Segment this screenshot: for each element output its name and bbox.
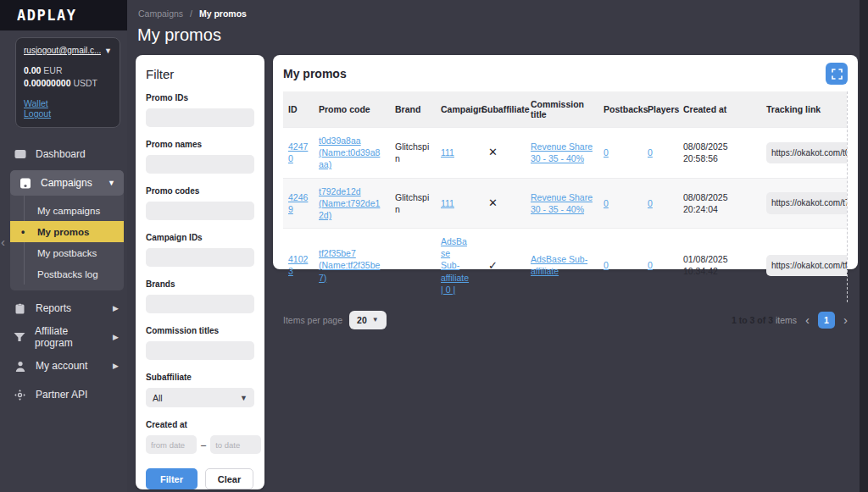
subaffiliate-mark: ✕ <box>481 146 498 158</box>
promo-code-link[interactable]: t0d39a8aa (Name:t0d39a8aa) <box>319 135 380 169</box>
partner-api-icon <box>14 390 26 401</box>
promos-table: ID Promo code Brand Campaign Subaffiliat… <box>283 91 848 302</box>
sidebar-item-postbacks-log[interactable]: Postbacks log <box>10 263 124 285</box>
postbacks-link[interactable]: 0 <box>604 198 609 208</box>
table-row: 42470 t0d39a8aa (Name:t0d39a8aa) Glitchs… <box>283 128 848 179</box>
col-subaffiliate: Subaffiliate <box>476 91 526 128</box>
commission-title-link[interactable]: Revenue Share 30 - 35 - 40% <box>531 192 593 214</box>
table-row: 42469 t792de12d (Name:t792de12d) Glitchs… <box>283 178 848 229</box>
subaffiliate-select[interactable]: All ▼ <box>146 388 254 407</box>
created-at-cell: 08/08/2025 20:24:04 <box>678 178 761 229</box>
campaigns-submenu: My campaigns My promos My postbacks Post… <box>10 196 124 290</box>
sidebar-item-affiliate-program[interactable]: Affiliate program ▶ <box>0 324 127 350</box>
main-content: Campaigns / My promos My promos Filter P… <box>127 0 868 492</box>
sidebar-item-label: My campaigns <box>37 206 100 216</box>
promo-codes-label: Promo codes <box>146 186 254 196</box>
players-link[interactable]: 0 <box>648 198 653 208</box>
eur-amount: 0.00 <box>24 65 41 75</box>
next-page-icon[interactable]: › <box>843 313 848 326</box>
page-1-button[interactable]: 1 <box>818 312 835 329</box>
subaffiliate-mark: ✓ <box>481 259 498 272</box>
commission-titles-label: Commission titles <box>146 326 254 335</box>
postbacks-link[interactable]: 0 <box>604 147 609 158</box>
campaign-link[interactable]: 111 <box>441 198 454 208</box>
range-numbers: 1 to 3 of 3 <box>732 315 773 325</box>
fullscreen-icon <box>832 69 843 80</box>
to-date-input[interactable] <box>210 435 261 454</box>
tracking-link-value[interactable]: https://okakot.com/tf2f3 <box>766 255 848 277</box>
sidebar-item-my-postbacks[interactable]: My postbacks <box>10 242 124 263</box>
reports-icon <box>14 303 26 314</box>
sidebar-item-label: My promos <box>37 227 89 237</box>
filter-button[interactable]: Filter <box>146 468 198 489</box>
col-created-at: Created at <box>678 91 761 128</box>
promo-id-link[interactable]: 42469 <box>288 192 308 214</box>
created-at-cell: 01/08/2025 10:34:42 <box>678 229 761 302</box>
filter-title: Filter <box>146 67 254 81</box>
scrollbar-track[interactable] <box>860 0 868 492</box>
sidebar-item-dashboard[interactable]: Dashboard <box>0 141 127 167</box>
promo-names-input[interactable] <box>146 155 254 174</box>
players-link[interactable]: 0 <box>648 260 653 270</box>
col-brand: Brand <box>390 91 436 128</box>
account-email-link[interactable]: rusjogout@gmail.c... <box>24 46 101 55</box>
promo-names-label: Promo names <box>146 140 254 149</box>
promo-id-link[interactable]: 42470 <box>288 141 308 163</box>
brands-label: Brands <box>146 279 254 289</box>
promo-codes-input[interactable] <box>146 202 254 220</box>
filter-panel: Filter Promo IDs Promo names Promo codes… <box>136 55 264 489</box>
subaffiliate-mark: ✕ <box>481 196 498 209</box>
subaffiliate-value: All <box>153 393 163 403</box>
chevron-right-icon: ▶ <box>113 304 119 312</box>
table-row: 41023 tf2f35be7 (Name:tf2f35be7) AdsBase… <box>283 229 848 302</box>
campaign-link[interactable]: 111 <box>441 147 454 158</box>
sidebar-collapse-handle[interactable]: ‹ <box>1 235 5 249</box>
sidebar-item-label: Partner API <box>36 389 87 401</box>
sidebar-item-label: Postbacks log <box>37 269 98 279</box>
sidebar-item-my-campaigns[interactable]: My campaigns <box>10 200 124 221</box>
created-at-cell: 08/08/2025 20:58:56 <box>678 128 761 179</box>
sidebar-item-label: Campaigns <box>41 177 92 189</box>
brand-cell: Glitchspin <box>390 178 436 229</box>
promo-id-link[interactable]: 41023 <box>288 254 308 276</box>
campaign-ids-input[interactable] <box>146 248 254 267</box>
from-date-input[interactable] <box>146 435 197 454</box>
promo-code-link[interactable]: tf2f35be7 (Name:tf2f35be7) <box>319 248 380 282</box>
sidebar-item-my-promos[interactable]: My promos <box>10 221 124 242</box>
clear-button[interactable]: Clear <box>205 468 253 489</box>
promo-ids-input[interactable] <box>146 108 254 127</box>
page-size-select[interactable]: 20 ▼ <box>349 311 387 329</box>
postbacks-link[interactable]: 0 <box>604 260 609 270</box>
sidebar: ADPLAY rusjogout@gmail.c... ▼ 0.00 EUR 0… <box>0 0 127 492</box>
my-account-icon <box>14 361 26 372</box>
col-commission-title: Commission title <box>526 91 598 128</box>
date-range-separator: – <box>201 439 206 450</box>
brands-input[interactable] <box>146 295 254 313</box>
sidebar-item-campaigns[interactable]: Campaigns ▼ <box>10 170 124 196</box>
commission-title-link[interactable]: Revenue Share 30 - 35 - 40% <box>531 141 593 163</box>
pagination-range: 1 to 3 of 3 items <box>732 315 797 325</box>
players-link[interactable]: 0 <box>648 147 653 158</box>
col-postbacks: Postbacks <box>598 91 643 128</box>
commission-title-link[interactable]: AdsBase Sub-affiliate <box>531 254 587 276</box>
sidebar-item-partner-api[interactable]: Partner API <box>0 382 127 407</box>
chevron-down-icon[interactable]: ▼ <box>104 47 112 55</box>
logout-link[interactable]: Logout <box>24 108 112 119</box>
tracking-link-value[interactable]: https://okakot.com/t792 <box>766 192 848 214</box>
logo-band: ADPLAY <box>0 0 127 30</box>
campaigns-icon <box>19 178 31 189</box>
breadcrumb-campaigns[interactable]: Campaigns <box>138 8 183 19</box>
eur-currency: EUR <box>43 65 62 75</box>
tracking-link-value[interactable]: https://okakot.com/t0d3 <box>766 142 848 164</box>
wallet-link[interactable]: Wallet <box>24 98 112 108</box>
created-at-label: Created at <box>146 420 254 429</box>
breadcrumb: Campaigns / My promos <box>138 8 247 19</box>
campaign-link[interactable]: AdsBase Sub-affiliate | 0 | <box>441 236 469 295</box>
previous-page-icon[interactable]: ‹ <box>805 313 810 326</box>
usdt-amount: 0.00000000 <box>24 78 70 88</box>
sidebar-item-reports[interactable]: Reports ▶ <box>0 296 127 321</box>
sidebar-item-my-account[interactable]: My account ▶ <box>0 353 127 379</box>
fullscreen-button[interactable] <box>826 63 848 85</box>
promo-code-link[interactable]: t792de12d (Name:t792de12d) <box>319 186 380 220</box>
commission-titles-input[interactable] <box>146 341 254 360</box>
